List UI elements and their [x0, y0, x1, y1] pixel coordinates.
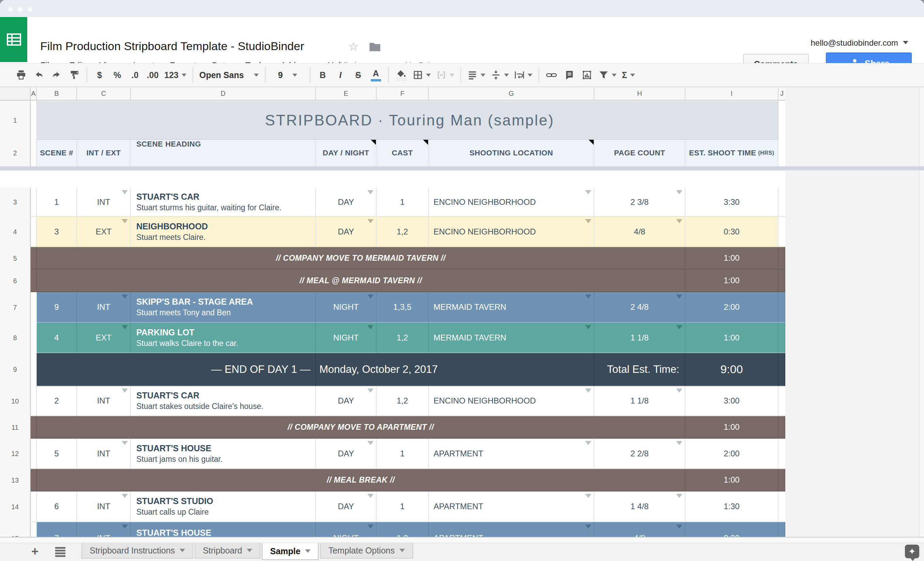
row-number[interactable]: 5 [0, 247, 31, 270]
dropdown-icon[interactable] [122, 388, 128, 393]
dropdown-icon[interactable] [585, 325, 591, 329]
cell-total-label[interactable]: Total Est. Time: [594, 353, 686, 386]
cell[interactable] [778, 323, 785, 353]
text-wrap-button[interactable] [512, 67, 535, 83]
cell-location[interactable]: APARTMENT [429, 492, 594, 522]
cell-int-ext[interactable]: INT [77, 292, 131, 323]
cell-banner[interactable]: // COMPANY MOVE TO MERMAID TAVERN // [37, 247, 686, 270]
row-number[interactable]: 15 [0, 522, 31, 537]
cell-page-count[interactable]: 4/8 [594, 522, 686, 537]
header-shoot-time[interactable]: EST. SHOOT TIME(HRS) [686, 140, 778, 166]
italic-button[interactable]: I [332, 67, 350, 83]
dropdown-icon[interactable] [676, 190, 682, 194]
column-header-g[interactable]: G [429, 87, 594, 100]
print-button[interactable] [12, 67, 30, 83]
column-header-b[interactable]: B [37, 87, 77, 100]
cell[interactable] [31, 492, 37, 522]
cell-shoot-time[interactable]: 1:00 [686, 469, 778, 492]
paint-format-button[interactable] [66, 67, 83, 83]
cell-scene-number[interactable]: 7 [37, 522, 77, 537]
insert-link-button[interactable] [543, 67, 560, 83]
cell-location[interactable]: MERMAID TAVERN [429, 323, 594, 353]
dropdown-icon[interactable] [368, 219, 374, 223]
vertical-align-button[interactable] [488, 67, 512, 83]
cell-scene-number[interactable]: 6 [37, 492, 77, 522]
tab-sample[interactable]: Sample [262, 543, 319, 560]
cell-day-date[interactable]: Monday, October 2, 2017 [316, 353, 594, 386]
window-minimize-button[interactable] [18, 7, 22, 12]
cell[interactable] [31, 353, 37, 386]
cell-cast[interactable]: 1,2 [376, 522, 429, 537]
bold-button[interactable]: B [314, 67, 332, 83]
cell-page-count[interactable]: 4/8 [594, 217, 686, 247]
cell-scene-heading[interactable]: PARKING LOTStuart walks Claire to the ca… [131, 323, 316, 353]
dropdown-icon[interactable] [368, 325, 374, 329]
cell-cast[interactable]: 1 [376, 492, 429, 522]
dropdown-icon[interactable] [122, 219, 128, 223]
cell-shoot-time[interactable]: 3:00 [686, 386, 778, 416]
all-sheets-button[interactable] [55, 547, 66, 556]
cell-location[interactable]: ENCINO NEIGHBORHOOD [429, 188, 594, 217]
format-currency-button[interactable]: $ [91, 67, 108, 83]
column-header-d[interactable]: D [131, 87, 316, 100]
tab-template-options[interactable]: Template Options [320, 543, 413, 559]
dropdown-icon[interactable] [122, 325, 128, 329]
row-number[interactable]: 8 [0, 323, 31, 353]
cell-sheet-title[interactable]: STRIPBOARD · Touring Man (sample) [37, 101, 778, 140]
cell-scene-heading[interactable]: SKIPP'S BAR - STAGE AREAStuart meets Ton… [131, 292, 316, 323]
cell-int-ext[interactable]: EXT [77, 323, 131, 353]
format-percent-button[interactable]: % [108, 67, 126, 83]
cell-shoot-time[interactable]: 1:00 [686, 270, 778, 292]
dropdown-icon[interactable] [368, 294, 374, 298]
dropdown-icon[interactable] [368, 441, 374, 445]
dropdown-icon[interactable] [585, 494, 591, 498]
cell-a1[interactable] [31, 101, 37, 140]
cell[interactable] [778, 469, 785, 492]
cell-day-night[interactable]: DAY [316, 386, 376, 416]
horizontal-scrollbar[interactable] [0, 537, 924, 543]
cell-total-time[interactable]: 9:00 [686, 353, 778, 386]
window-zoom-button[interactable] [28, 7, 32, 12]
cell-scene-number[interactable]: 2 [37, 386, 77, 416]
cell-j1[interactable] [778, 101, 785, 140]
cell-int-ext[interactable]: INT [77, 386, 131, 416]
cell-banner[interactable]: // COMPANY MOVE TO APARTMENT // [37, 416, 686, 439]
cell[interactable] [31, 292, 37, 323]
filter-button[interactable] [596, 67, 619, 83]
dropdown-icon[interactable] [368, 190, 374, 194]
row-number[interactable]: 13 [0, 469, 31, 492]
column-header-h[interactable]: H [594, 87, 686, 100]
cell[interactable] [778, 353, 785, 386]
cell-scene-heading[interactable]: STUART'S CARStuart sturms his guitar, wa… [131, 188, 316, 217]
cell-shoot-time[interactable]: 0:30 [686, 217, 778, 247]
cell-scene-number[interactable]: 9 [37, 292, 77, 323]
window-close-button[interactable] [8, 7, 13, 12]
cell-scene-heading[interactable]: STUART'S HOUSEStuart shows Claire around… [131, 522, 316, 537]
cell[interactable] [778, 247, 785, 270]
dropdown-icon[interactable] [585, 219, 591, 223]
cell[interactable] [31, 386, 37, 416]
cell-cast[interactable]: 1 [376, 188, 429, 217]
row-number[interactable]: 9 [0, 353, 31, 386]
dropdown-icon[interactable] [676, 441, 682, 445]
cell-scene-number[interactable]: 4 [37, 323, 77, 353]
row-number[interactable]: 6 [0, 270, 31, 292]
header-int-ext[interactable]: INT / EXT [77, 140, 131, 166]
cell[interactable] [778, 416, 785, 439]
cell[interactable] [31, 270, 37, 292]
cell-cast[interactable]: 1,2 [376, 217, 429, 247]
dropdown-icon[interactable] [122, 294, 128, 298]
cell-location[interactable]: ENCINO NEIGHBORHOOD [429, 386, 594, 416]
cell-scene-number[interactable]: 3 [37, 217, 77, 247]
cell-shoot-time[interactable]: 1:00 [686, 323, 778, 353]
cell[interactable] [778, 522, 785, 537]
font-size-select[interactable]: 9 [269, 67, 306, 83]
sheets-logo-icon[interactable] [0, 17, 27, 62]
tab-stripboard[interactable]: Stripboard [195, 543, 260, 559]
cell-shoot-time[interactable]: 0:30 [686, 522, 778, 537]
dropdown-icon[interactable] [676, 388, 682, 393]
cell-int-ext[interactable]: INT [77, 439, 131, 469]
cell-scene-number[interactable]: 5 [37, 439, 77, 469]
font-family-select[interactable]: Open Sans [196, 67, 261, 83]
dropdown-icon[interactable] [676, 494, 682, 498]
